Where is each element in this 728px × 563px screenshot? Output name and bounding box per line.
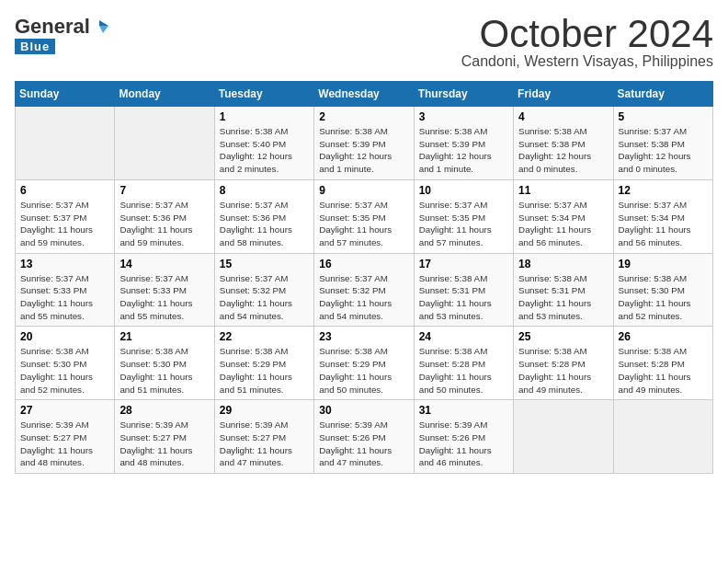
day-info: Sunrise: 5:38 AMSunset: 5:30 PMDaylight:…	[119, 345, 209, 396]
calendar-cell: 31Sunrise: 5:39 AMSunset: 5:26 PMDayligh…	[414, 400, 513, 474]
day-number: 9	[319, 184, 408, 197]
day-info: Sunrise: 5:38 AMSunset: 5:28 PMDaylight:…	[619, 345, 708, 396]
week-row-5: 27Sunrise: 5:39 AMSunset: 5:27 PMDayligh…	[16, 400, 713, 474]
calendar-cell	[115, 107, 214, 180]
calendar-cell: 13Sunrise: 5:37 AMSunset: 5:33 PMDayligh…	[16, 253, 115, 327]
logo-blue-box: Blue	[15, 39, 55, 54]
day-header-sunday: Sunday	[16, 82, 115, 107]
day-info: Sunrise: 5:37 AMSunset: 5:34 PMDaylight:…	[619, 199, 708, 249]
day-number: 18	[518, 258, 608, 270]
calendar-cell: 7Sunrise: 5:37 AMSunset: 5:36 PMDaylight…	[115, 179, 214, 253]
day-header-friday: Friday	[514, 82, 613, 107]
week-row-1: 1Sunrise: 5:38 AMSunset: 5:40 PMDaylight…	[16, 107, 713, 180]
day-number: 22	[220, 330, 309, 343]
title-block: October 2024 Candoni, Western Visayas, P…	[461, 15, 713, 70]
day-info: Sunrise: 5:37 AMSunset: 5:32 PMDaylight:…	[319, 272, 408, 323]
calendar-cell: 9Sunrise: 5:37 AMSunset: 5:35 PMDaylight…	[314, 179, 414, 253]
day-number: 20	[20, 330, 109, 343]
svg-marker-1	[99, 26, 108, 33]
week-row-4: 20Sunrise: 5:38 AMSunset: 5:30 PMDayligh…	[16, 327, 713, 400]
day-info: Sunrise: 5:37 AMSunset: 5:34 PMDaylight:…	[518, 199, 608, 249]
day-info: Sunrise: 5:37 AMSunset: 5:33 PMDaylight:…	[20, 272, 109, 323]
day-info: Sunrise: 5:38 AMSunset: 5:31 PMDaylight:…	[518, 272, 608, 323]
calendar-cell	[16, 107, 115, 180]
day-number: 1	[220, 110, 309, 123]
day-info: Sunrise: 5:37 AMSunset: 5:36 PMDaylight:…	[119, 199, 209, 249]
calendar-table: SundayMondayTuesdayWednesdayThursdayFrid…	[15, 81, 713, 474]
calendar-cell: 6Sunrise: 5:37 AMSunset: 5:37 PMDaylight…	[16, 179, 115, 253]
day-number: 5	[619, 110, 708, 123]
svg-marker-0	[99, 20, 108, 26]
calendar-cell: 14Sunrise: 5:37 AMSunset: 5:33 PMDayligh…	[115, 253, 214, 327]
calendar-cell: 11Sunrise: 5:37 AMSunset: 5:34 PMDayligh…	[514, 179, 613, 253]
calendar-cell: 15Sunrise: 5:37 AMSunset: 5:32 PMDayligh…	[214, 253, 313, 327]
day-info: Sunrise: 5:39 AMSunset: 5:27 PMDaylight:…	[20, 419, 109, 469]
day-header-thursday: Thursday	[414, 82, 513, 107]
day-info: Sunrise: 5:37 AMSunset: 5:37 PMDaylight:…	[20, 199, 109, 249]
calendar-cell: 1Sunrise: 5:38 AMSunset: 5:40 PMDaylight…	[214, 107, 313, 180]
day-number: 16	[319, 258, 408, 270]
day-info: Sunrise: 5:37 AMSunset: 5:35 PMDaylight:…	[419, 199, 508, 249]
day-info: Sunrise: 5:38 AMSunset: 5:31 PMDaylight:…	[419, 272, 508, 323]
calendar-cell: 5Sunrise: 5:37 AMSunset: 5:38 PMDaylight…	[613, 107, 712, 180]
calendar-cell: 25Sunrise: 5:38 AMSunset: 5:28 PMDayligh…	[514, 327, 613, 400]
week-row-2: 6Sunrise: 5:37 AMSunset: 5:37 PMDaylight…	[16, 179, 713, 253]
day-info: Sunrise: 5:38 AMSunset: 5:28 PMDaylight:…	[419, 345, 508, 396]
day-number: 31	[419, 404, 508, 417]
logo-icon: General	[15, 15, 110, 39]
calendar-cell: 8Sunrise: 5:37 AMSunset: 5:36 PMDaylight…	[214, 179, 313, 253]
day-info: Sunrise: 5:37 AMSunset: 5:33 PMDaylight:…	[119, 272, 209, 323]
day-info: Sunrise: 5:38 AMSunset: 5:30 PMDaylight:…	[619, 272, 708, 323]
calendar-cell: 20Sunrise: 5:38 AMSunset: 5:30 PMDayligh…	[16, 327, 115, 400]
day-info: Sunrise: 5:39 AMSunset: 5:26 PMDaylight:…	[419, 419, 508, 469]
calendar-cell: 19Sunrise: 5:38 AMSunset: 5:30 PMDayligh…	[613, 253, 712, 327]
day-number: 28	[119, 404, 209, 417]
logo: General Blue	[15, 15, 110, 54]
calendar-cell: 18Sunrise: 5:38 AMSunset: 5:31 PMDayligh…	[514, 253, 613, 327]
week-row-3: 13Sunrise: 5:37 AMSunset: 5:33 PMDayligh…	[16, 253, 713, 327]
day-number: 12	[619, 184, 708, 197]
calendar-header-row: SundayMondayTuesdayWednesdayThursdayFrid…	[16, 82, 713, 107]
day-number: 17	[419, 258, 508, 270]
calendar-cell: 27Sunrise: 5:39 AMSunset: 5:27 PMDayligh…	[16, 400, 115, 474]
day-number: 10	[419, 184, 508, 197]
day-number: 24	[419, 330, 508, 343]
day-number: 23	[319, 330, 408, 343]
location-title: Candoni, Western Visayas, Philippines	[461, 53, 713, 70]
day-number: 3	[419, 110, 508, 123]
day-info: Sunrise: 5:38 AMSunset: 5:39 PMDaylight:…	[419, 125, 508, 176]
day-info: Sunrise: 5:38 AMSunset: 5:30 PMDaylight:…	[20, 345, 109, 396]
calendar-cell	[613, 400, 712, 474]
calendar-cell: 10Sunrise: 5:37 AMSunset: 5:35 PMDayligh…	[414, 179, 513, 253]
calendar-cell: 28Sunrise: 5:39 AMSunset: 5:27 PMDayligh…	[115, 400, 214, 474]
day-number: 11	[518, 184, 608, 197]
day-number: 21	[119, 330, 209, 343]
day-info: Sunrise: 5:38 AMSunset: 5:38 PMDaylight:…	[518, 125, 608, 176]
day-number: 26	[619, 330, 708, 343]
calendar-cell: 2Sunrise: 5:38 AMSunset: 5:39 PMDaylight…	[314, 107, 414, 180]
day-header-tuesday: Tuesday	[214, 82, 313, 107]
calendar-cell: 23Sunrise: 5:38 AMSunset: 5:29 PMDayligh…	[314, 327, 414, 400]
day-number: 2	[319, 110, 408, 123]
day-number: 8	[220, 184, 309, 197]
calendar-cell: 26Sunrise: 5:38 AMSunset: 5:28 PMDayligh…	[613, 327, 712, 400]
calendar-body: 1Sunrise: 5:38 AMSunset: 5:40 PMDaylight…	[16, 107, 713, 474]
day-number: 15	[220, 258, 309, 270]
day-info: Sunrise: 5:38 AMSunset: 5:39 PMDaylight:…	[319, 125, 408, 176]
day-info: Sunrise: 5:38 AMSunset: 5:28 PMDaylight:…	[518, 345, 608, 396]
day-info: Sunrise: 5:38 AMSunset: 5:40 PMDaylight:…	[220, 125, 309, 176]
day-header-wednesday: Wednesday	[314, 82, 414, 107]
day-info: Sunrise: 5:38 AMSunset: 5:29 PMDaylight:…	[319, 345, 408, 396]
day-number: 4	[518, 110, 608, 123]
day-header-monday: Monday	[115, 82, 214, 107]
day-number: 6	[20, 184, 109, 197]
month-title: October 2024	[461, 15, 713, 53]
day-number: 27	[20, 404, 109, 417]
calendar-cell: 29Sunrise: 5:39 AMSunset: 5:27 PMDayligh…	[214, 400, 313, 474]
calendar-cell: 22Sunrise: 5:38 AMSunset: 5:29 PMDayligh…	[214, 327, 313, 400]
calendar-cell: 21Sunrise: 5:38 AMSunset: 5:30 PMDayligh…	[115, 327, 214, 400]
day-number: 19	[619, 258, 708, 270]
page-header: General Blue October 2024 Candoni, Weste…	[15, 15, 713, 70]
calendar-cell: 17Sunrise: 5:38 AMSunset: 5:31 PMDayligh…	[414, 253, 513, 327]
calendar-cell: 12Sunrise: 5:37 AMSunset: 5:34 PMDayligh…	[613, 179, 712, 253]
